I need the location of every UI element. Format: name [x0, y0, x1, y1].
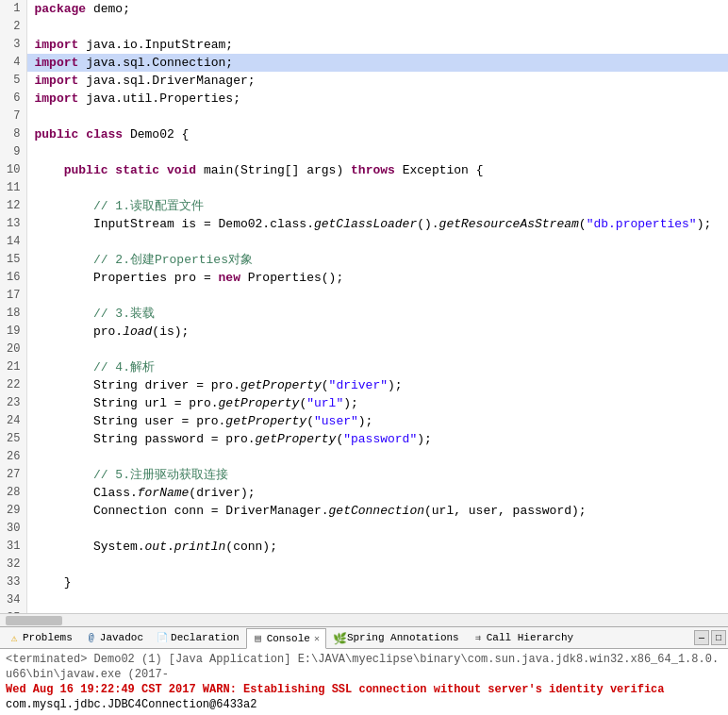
- call-hierarchy-icon: ⇉: [472, 632, 484, 643]
- horizontal-scrollbar[interactable]: [0, 613, 728, 626]
- maximize-button[interactable]: □: [711, 630, 726, 645]
- table-row: 33 }: [0, 574, 728, 591]
- table-row: 34: [0, 591, 728, 609]
- table-row: 22 String driver = pro.getProperty("driv…: [0, 376, 728, 394]
- table-row: 15 // 2.创建Properties对象: [0, 251, 728, 269]
- table-row: 28 Class.forName(driver);: [0, 484, 728, 502]
- table-row: 17: [0, 287, 728, 305]
- tab-problems-label: Problems: [23, 632, 73, 643]
- code-table: 1 package demo; 2 3 import java.io.Input…: [0, 0, 728, 613]
- table-row: 5 import java.sql.DriverManager;: [0, 72, 728, 90]
- tab-console-label: Console: [267, 633, 310, 644]
- warning-icon: ⚠: [8, 632, 20, 643]
- table-row: 8 public class Demo02 {: [0, 125, 728, 143]
- table-row: 9: [0, 143, 728, 161]
- bottom-tab-bar: ⚠ Problems @ Javadoc 📄 Declaration ▤ Con…: [0, 626, 728, 649]
- table-row: 16 Properties pro = new Properties();: [0, 269, 728, 287]
- table-row: 31 System.out.println(conn);: [0, 538, 728, 556]
- console-icon: ▤: [253, 633, 264, 644]
- tab-javadoc[interactable]: @ Javadoc: [79, 627, 150, 648]
- code-editor[interactable]: 1 package demo; 2 3 import java.io.Input…: [0, 0, 728, 613]
- table-row: 11: [0, 179, 728, 197]
- spring-icon: 🌿: [333, 632, 344, 643]
- table-row: 2: [0, 18, 728, 36]
- table-row: 21 // 4.解析: [0, 358, 728, 376]
- table-row: 10 public static void main(String[] args…: [0, 161, 728, 179]
- console-output-line: com.mysql.jdbc.JDBC4Connection@6433a2: [6, 697, 722, 712]
- table-row: 19 pro.load(is);: [0, 323, 728, 341]
- table-row: 18 // 3.装载: [0, 305, 728, 323]
- table-row: 4 import java.sql.Connection;: [0, 54, 728, 72]
- console-close-icon[interactable]: ✕: [314, 633, 320, 644]
- table-row: 29 Connection conn = DriverManager.getCo…: [0, 502, 728, 520]
- tab-javadoc-label: Javadoc: [100, 632, 143, 643]
- table-row: 26: [0, 448, 728, 466]
- table-row: 12 // 1.读取配置文件: [0, 197, 728, 215]
- table-row: 35 }: [0, 609, 728, 613]
- table-row: 6 import java.util.Properties;: [0, 90, 728, 108]
- tab-problems[interactable]: ⚠ Problems: [2, 627, 79, 648]
- console-warn-line: Wed Aug 16 19:22:49 CST 2017 WARN: Estab…: [6, 682, 722, 697]
- console-terminated-line: <terminated> Demo02 (1) [Java Applicatio…: [6, 652, 722, 682]
- table-row: 20: [0, 341, 728, 358]
- minimize-button[interactable]: —: [694, 630, 709, 645]
- tab-call-hierarchy-label: Call Hierarchy: [487, 632, 573, 643]
- tab-declaration[interactable]: 📄 Declaration: [150, 627, 246, 648]
- tab-declaration-label: Declaration: [171, 632, 240, 643]
- tab-spring-annotations[interactable]: 🌿 Spring Annotations: [326, 627, 466, 648]
- table-row: 7: [0, 108, 728, 125]
- table-row: 23 String url = pro.getProperty("url");: [0, 394, 728, 412]
- table-row: 25 String password = pro.getProperty("pa…: [0, 430, 728, 448]
- table-row: 27 // 5.注册驱动获取连接: [0, 466, 728, 484]
- javadoc-icon: @: [86, 632, 97, 643]
- tab-bar-controls: — □: [694, 630, 726, 645]
- declaration-icon: 📄: [157, 632, 168, 643]
- table-row: 32: [0, 556, 728, 574]
- table-row: 24 String user = pro.getProperty("user")…: [0, 412, 728, 430]
- scrollbar-thumb[interactable]: [6, 616, 62, 625]
- table-row: 14: [0, 233, 728, 251]
- tab-console[interactable]: ▤ Console ✕: [246, 628, 326, 649]
- table-row: 3 import java.io.InputStream;: [0, 36, 728, 54]
- console-output-area: <terminated> Demo02 (1) [Java Applicatio…: [0, 649, 728, 715]
- tab-spring-label: Spring Annotations: [347, 632, 459, 643]
- table-row: 30: [0, 520, 728, 538]
- table-row: 13 InputStream is = Demo02.class.getClas…: [0, 215, 728, 233]
- table-row: 1 package demo;: [0, 0, 728, 18]
- tab-call-hierarchy[interactable]: ⇉ Call Hierarchy: [466, 627, 580, 648]
